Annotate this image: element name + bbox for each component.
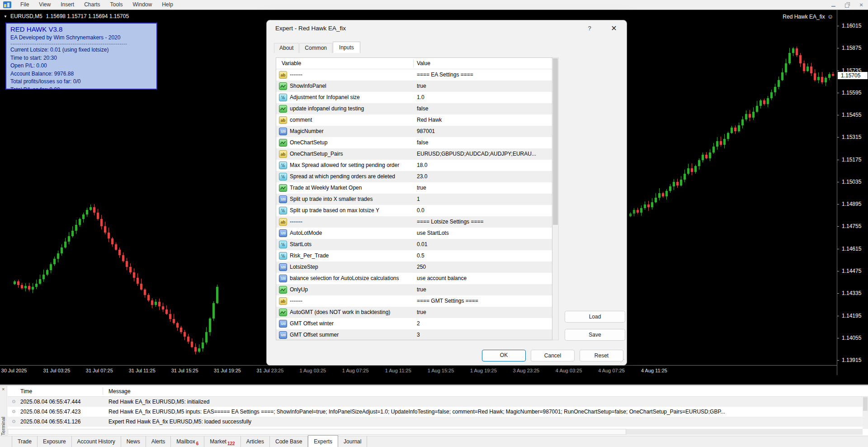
input-value[interactable]: true bbox=[417, 83, 551, 89]
input-value[interactable]: 1.0 bbox=[417, 94, 551, 100]
cancel-button[interactable]: Cancel bbox=[531, 350, 575, 361]
terminal-tab-news[interactable]: News bbox=[121, 436, 146, 447]
input-value[interactable]: 250 bbox=[417, 264, 551, 270]
terminal-close-icon[interactable]: × bbox=[2, 386, 5, 392]
terminal-tab-code-base[interactable]: Code Base bbox=[270, 436, 308, 447]
input-row[interactable]: ab-------==== GMT Settings ==== bbox=[276, 295, 552, 307]
tick-label: 1.14615 bbox=[842, 246, 861, 252]
inputs-table-scrollbar[interactable] bbox=[552, 57, 559, 340]
input-value[interactable]: 2 bbox=[417, 320, 551, 327]
collapse-triangle-icon[interactable]: ▼ bbox=[4, 14, 7, 19]
terminal-tab-market[interactable]: Market122 bbox=[204, 436, 241, 447]
input-value[interactable]: 0.5 bbox=[417, 252, 551, 259]
input-value[interactable]: use account balance bbox=[417, 275, 551, 281]
terminal-tab-journal[interactable]: Journal bbox=[338, 436, 367, 447]
resize-grip[interactable]: ⋰ bbox=[620, 359, 625, 363]
input-value[interactable]: true bbox=[417, 309, 551, 315]
menu-item-charts[interactable]: Charts bbox=[79, 0, 105, 10]
reset-button[interactable]: Reset bbox=[580, 350, 623, 361]
log-row[interactable]: 2025.08.04 06:55:47.444Red Hawk EA_fix E… bbox=[8, 397, 863, 407]
restore-icon[interactable] bbox=[844, 2, 850, 8]
input-value[interactable]: EURUSD;GBPUSD;AUDCAD;AUDJPY;EURAU... bbox=[417, 151, 551, 157]
input-row[interactable]: 123balance selection for AutoLotsize cal… bbox=[276, 273, 552, 284]
hscrollbar-thumb[interactable] bbox=[8, 429, 626, 435]
input-value[interactable]: false bbox=[417, 105, 551, 112]
menu-item-file[interactable]: File bbox=[15, 0, 34, 10]
menu-item-help[interactable]: Help bbox=[157, 0, 178, 10]
log-column-divider[interactable] bbox=[103, 387, 103, 395]
save-button[interactable]: Save bbox=[565, 329, 625, 341]
tab-about[interactable]: About bbox=[274, 43, 299, 53]
log-row[interactable]: 2025.08.04 06:55:47.423Red Hawk EA_fix E… bbox=[8, 407, 863, 417]
input-row[interactable]: OnlyUptrue bbox=[276, 284, 552, 295]
input-value[interactable]: 0.0 bbox=[417, 207, 551, 214]
input-value[interactable]: ==== EA Settings ==== bbox=[417, 71, 551, 78]
input-value[interactable]: 3 bbox=[417, 332, 551, 338]
log-row[interactable]: 2025.08.04 06:55:41.126Expert Red Hawk E… bbox=[8, 417, 863, 427]
input-value[interactable]: 0.01 bbox=[417, 241, 551, 247]
input-variable: LotsizeStep bbox=[290, 264, 318, 270]
input-value[interactable]: 1 bbox=[417, 196, 551, 202]
input-value[interactable]: use StartLots bbox=[417, 230, 551, 236]
input-row[interactable]: AutoGMT (does NOT work in backtesting)tr… bbox=[276, 307, 552, 318]
input-row[interactable]: ½Adjustment for Infopanel size1.0 bbox=[276, 92, 552, 103]
input-value[interactable]: 18.0 bbox=[417, 162, 551, 168]
input-row[interactable]: update infopanel during testingfalse bbox=[276, 103, 552, 114]
terminal-horizontal-scrollbar[interactable] bbox=[8, 429, 863, 435]
input-row[interactable]: abOneChartSetup_PairsEURUSD;GBPUSD;AUDCA… bbox=[276, 148, 552, 160]
input-value[interactable]: 23.0 bbox=[417, 173, 551, 180]
ea-name-badge[interactable]: Red Hawk EA_fix☺ bbox=[783, 13, 833, 20]
input-row[interactable]: ab-------==== EA Settings ==== bbox=[276, 69, 552, 81]
menu-item-window[interactable]: Window bbox=[128, 0, 157, 10]
close-icon[interactable]: × bbox=[858, 2, 864, 8]
load-button[interactable]: Load bbox=[565, 311, 625, 323]
terminal-tab-account-history[interactable]: Account History bbox=[72, 436, 121, 447]
input-row[interactable]: 123MagicNumber987001 bbox=[276, 126, 552, 137]
column-divider[interactable] bbox=[413, 59, 414, 67]
input-row[interactable]: ½StartLots0.01 bbox=[276, 239, 552, 250]
input-row[interactable]: ShowInfoPaneltrue bbox=[276, 81, 552, 92]
ok-button[interactable]: OK bbox=[482, 350, 526, 361]
input-row[interactable]: 123GMT Offset winter2 bbox=[276, 318, 552, 329]
tab-common[interactable]: Common bbox=[299, 43, 332, 53]
input-row[interactable]: OneChartSetupfalse bbox=[276, 137, 552, 148]
menu-item-tools[interactable]: Tools bbox=[105, 0, 128, 10]
input-value[interactable]: false bbox=[417, 139, 551, 146]
input-value[interactable]: ==== Lotsize Settings ==== bbox=[417, 219, 551, 225]
vscrollbar-thumb[interactable] bbox=[863, 397, 868, 411]
terminal-tab-mailbox[interactable]: Mailbox6 bbox=[171, 436, 204, 447]
chart-symbol-line[interactable]: ▼EURUSD,M51.15698 1.15717 1.15694 1.1570… bbox=[4, 13, 129, 19]
input-row[interactable]: ½Max Spread allowed for setting pending … bbox=[276, 160, 552, 171]
tab-inputs[interactable]: Inputs bbox=[333, 42, 360, 53]
input-row[interactable]: Trade at Weekly Market Opentrue bbox=[276, 182, 552, 194]
input-row[interactable]: ½Split up trade based on max lotsize Y0.… bbox=[276, 205, 552, 216]
input-value[interactable]: 987001 bbox=[417, 128, 551, 134]
terminal-tab-articles[interactable]: Articles bbox=[241, 436, 270, 447]
input-value[interactable]: Red Hawk bbox=[417, 117, 551, 123]
input-row[interactable]: 123GMT Offset summer3 bbox=[276, 329, 552, 340]
input-row[interactable]: ab-------==== Lotsize Settings ==== bbox=[276, 216, 552, 228]
input-value[interactable]: ==== GMT Settings ==== bbox=[417, 298, 551, 304]
input-value[interactable]: true bbox=[417, 286, 551, 293]
tick-mark bbox=[837, 360, 839, 361]
terminal-tab-exposure[interactable]: Exposure bbox=[38, 436, 72, 447]
input-row[interactable]: ½Risk_Per_Trade0.5 bbox=[276, 250, 552, 262]
input-row[interactable]: abcommentRed Hawk bbox=[276, 114, 552, 126]
minimize-icon[interactable] bbox=[831, 2, 836, 8]
terminal-vertical-scrollbar[interactable] bbox=[863, 397, 868, 429]
terminal-tab-alerts[interactable]: Alerts bbox=[146, 436, 171, 447]
input-row[interactable]: 123Split up trade into X smaller trades1 bbox=[276, 194, 552, 205]
scrollbar-thumb[interactable] bbox=[553, 58, 558, 225]
price-scale[interactable]: 1.15705 1.160151.158751.157351.155951.15… bbox=[837, 10, 868, 375]
terminal-tab-trade[interactable]: Trade bbox=[12, 436, 38, 447]
input-variable: balance selection for AutoLotsize calcul… bbox=[290, 275, 399, 281]
dialog-close-icon[interactable]: ✕ bbox=[608, 24, 620, 33]
menu-item-insert[interactable]: Insert bbox=[56, 0, 79, 10]
input-value[interactable]: true bbox=[417, 185, 551, 191]
menu-item-view[interactable]: View bbox=[34, 0, 56, 10]
input-row[interactable]: 123AutoLotModeuse StartLots bbox=[276, 228, 552, 239]
terminal-tab-experts[interactable]: Experts bbox=[308, 435, 338, 447]
input-row[interactable]: 123LotsizeStep250 bbox=[276, 262, 552, 273]
input-row[interactable]: ½Spread at which pending orders are dele… bbox=[276, 171, 552, 182]
dialog-help-button[interactable]: ? bbox=[584, 24, 595, 33]
